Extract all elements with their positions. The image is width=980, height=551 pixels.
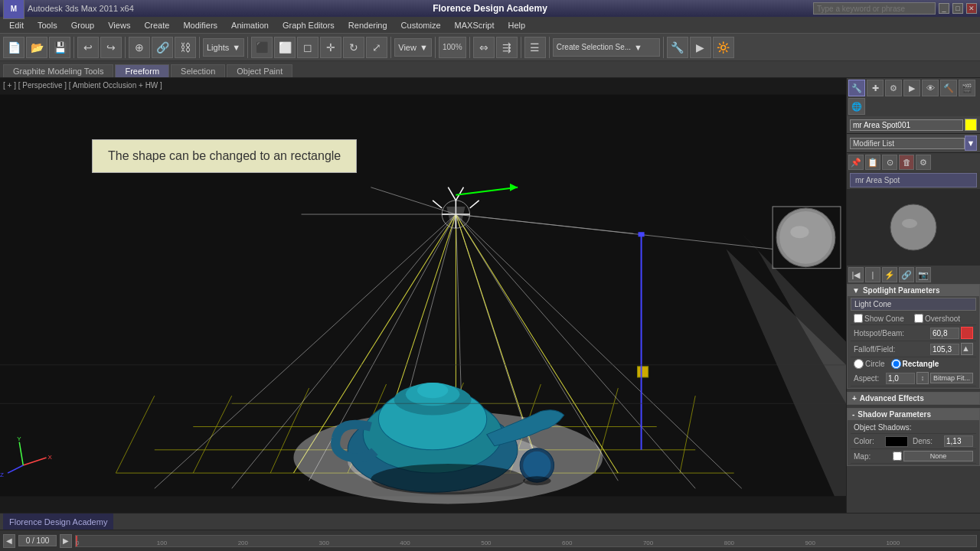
falloff-btn[interactable]: ▲ xyxy=(961,343,973,355)
shadow-dens-value[interactable] xyxy=(944,435,973,447)
spotlight-collapse[interactable]: ▼ xyxy=(852,286,860,295)
timeline-prev[interactable]: ◀ xyxy=(3,534,15,548)
modifier-item-spot[interactable]: mr Area Spot xyxy=(850,173,977,187)
menu-group[interactable]: Group xyxy=(65,19,101,31)
modifier-toolbar: 📌 📋 ⊙ 🗑 ⚙ xyxy=(847,153,980,171)
render-button[interactable]: ▶ xyxy=(690,37,711,58)
svg-point-48 xyxy=(417,383,448,398)
maximize-button[interactable]: □ xyxy=(952,3,963,14)
panel-icon-motion[interactable]: ▶ xyxy=(903,80,920,96)
shadow-params-collapse[interactable]: - xyxy=(852,410,854,419)
render-setup-button[interactable]: 🔧 xyxy=(667,37,688,58)
app-icon[interactable]: M xyxy=(3,0,24,19)
view-dropdown[interactable]: View ▼ xyxy=(394,38,432,57)
aspect-spinner[interactable]: ↕ xyxy=(916,372,929,384)
new-button[interactable]: 📄 xyxy=(3,37,24,58)
minimize-button[interactable]: _ xyxy=(939,3,949,14)
tab-freeform[interactable]: Freeform xyxy=(115,64,169,77)
viewport-3d[interactable]: [ + ] [ Perspective ] [ Ambient Occlusio… xyxy=(0,78,846,513)
hotspot-color-btn[interactable] xyxy=(961,327,973,339)
modifier-list-arrow[interactable]: ▼ xyxy=(965,135,977,151)
object-shadows-label: Object Shadows: xyxy=(854,423,912,432)
menu-rendering[interactable]: Rendering xyxy=(342,19,394,31)
mod-tab-2[interactable]: | xyxy=(865,267,880,282)
panel-icon-utilities[interactable]: 🔨 xyxy=(940,80,957,96)
panel-icon-hierarchy[interactable]: ⚙ xyxy=(885,80,902,96)
hotspot-value[interactable] xyxy=(930,328,959,339)
rectangle-radio[interactable] xyxy=(891,359,901,369)
menu-views[interactable]: Views xyxy=(102,19,136,31)
rotate-button[interactable]: ↻ xyxy=(343,37,364,58)
shadow-color-swatch[interactable] xyxy=(885,436,908,447)
shadow-color-row: Color: Dens: xyxy=(851,434,976,449)
bitmap-fit-button[interactable]: Bitmap Fit... xyxy=(930,373,973,383)
align-button[interactable]: ⇶ xyxy=(496,37,518,58)
object-name-input[interactable] xyxy=(850,119,963,131)
advanced-effects-collapse[interactable]: + xyxy=(852,394,857,403)
menu-graph-editors[interactable]: Graph Editors xyxy=(276,19,341,31)
menu-tools[interactable]: Tools xyxy=(31,19,64,31)
menu-help[interactable]: Help xyxy=(502,19,532,31)
unlink-button[interactable]: ⛓ xyxy=(175,37,196,58)
panel-icon-create[interactable]: ✚ xyxy=(867,80,884,96)
activeshade-button[interactable]: 🔆 xyxy=(713,37,734,58)
menu-customize[interactable]: Customize xyxy=(395,19,447,31)
scale-button[interactable]: ⤢ xyxy=(366,37,387,58)
link-button[interactable]: 🔗 xyxy=(152,37,173,58)
remove-modifier-button[interactable]: 🗑 xyxy=(899,155,914,170)
lights-dropdown[interactable]: Lights ▼ xyxy=(203,38,244,57)
mod-tab-1[interactable]: |◀ xyxy=(848,267,864,282)
menu-create[interactable]: Create xyxy=(138,19,175,31)
save-button[interactable]: 💾 xyxy=(49,37,70,58)
timeline-track[interactable]: 0 100 200 300 400 500 600 700 800 900 10… xyxy=(75,535,977,547)
create-selection-dropdown[interactable]: Create Selection Se... ▼ xyxy=(553,38,660,57)
spotlight-params-body: Light Cone Show Cone Overshoot Hotspot/B… xyxy=(848,296,979,388)
mirror-button[interactable]: ⇔ xyxy=(473,37,495,58)
mod-tab-3[interactable]: ⚡ xyxy=(882,267,897,282)
tab-graphite[interactable]: Graphite Modeling Tools xyxy=(3,64,113,77)
undo-button[interactable]: ↩ xyxy=(77,37,99,58)
shadow-map-checkbox[interactable] xyxy=(893,452,902,461)
tab-object-paint[interactable]: Object Paint xyxy=(227,64,292,77)
select-region-button[interactable]: ⬜ xyxy=(274,37,296,58)
redo-button[interactable]: ↪ xyxy=(100,37,122,58)
aspect-value[interactable] xyxy=(886,373,915,384)
panel-icon-env[interactable]: 🌐 xyxy=(848,98,865,115)
panel-icon-render[interactable]: 🎬 xyxy=(959,80,975,96)
panel-icon-modify[interactable]: 🔧 xyxy=(848,80,865,96)
menu-maxscript[interactable]: MAXScript xyxy=(449,19,501,31)
modifier-list-input[interactable] xyxy=(850,138,965,149)
panel-icon-display[interactable]: 👁 xyxy=(922,80,939,96)
object-color-swatch[interactable] xyxy=(965,119,977,131)
menu-edit[interactable]: Edit xyxy=(3,19,30,31)
mod-tab-5[interactable]: 📷 xyxy=(916,267,931,282)
open-button[interactable]: 📂 xyxy=(26,37,47,58)
advanced-effects-header[interactable]: + Advanced Effects xyxy=(848,393,979,404)
modifier-list-bar: ▼ xyxy=(847,134,980,153)
falloff-value[interactable] xyxy=(930,344,959,355)
menu-animation[interactable]: Animation xyxy=(225,19,275,31)
circle-radio[interactable] xyxy=(854,359,864,369)
shadow-none-button[interactable]: None xyxy=(903,451,973,461)
menubar: Edit Tools Group Views Create Modifiers … xyxy=(0,17,980,34)
show-stack-button[interactable]: 📋 xyxy=(865,155,880,170)
timeline-next[interactable]: ▶ xyxy=(60,534,72,548)
search-input[interactable] xyxy=(813,2,936,15)
tab-selection[interactable]: Selection xyxy=(171,64,225,77)
overshoot-checkbox[interactable] xyxy=(914,314,923,323)
show-cone-checkbox[interactable] xyxy=(854,314,863,323)
select-obj-button[interactable]: ⬛ xyxy=(251,37,273,58)
make-unique-button[interactable]: ⊙ xyxy=(882,155,897,170)
shadow-params-header[interactable]: - Shadow Parameters xyxy=(848,409,979,420)
layer-button[interactable]: ☰ xyxy=(524,37,546,58)
shadow-color-label: Color: xyxy=(854,437,884,445)
select-lasso-button[interactable]: ◻ xyxy=(297,37,318,58)
move-button[interactable]: ✛ xyxy=(320,37,341,58)
menu-modifiers[interactable]: Modifiers xyxy=(177,19,224,31)
percent-display[interactable]: 100% xyxy=(439,37,466,58)
select-button[interactable]: ⊕ xyxy=(129,37,150,58)
pin-button[interactable]: 📌 xyxy=(848,155,864,170)
configure-button[interactable]: ⚙ xyxy=(916,155,931,170)
mod-tab-4[interactable]: 🔗 xyxy=(899,267,914,282)
close-button[interactable]: ✕ xyxy=(966,3,977,14)
